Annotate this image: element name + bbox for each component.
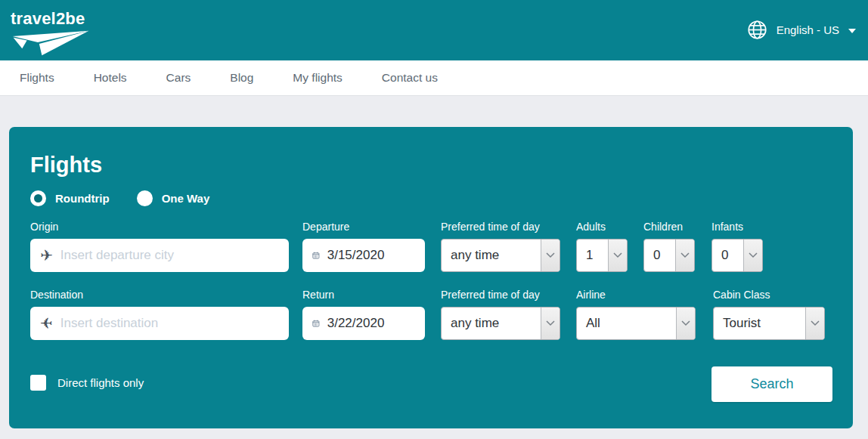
children-field-group: Children 0 [643,221,695,272]
nav-item-blog[interactable]: Blog [230,71,253,85]
one-way-label: One Way [162,192,210,205]
paper-plane-logo-icon [11,29,92,57]
airline-value: All [577,308,676,339]
pref-time-1-value: any time [442,240,541,271]
cabin-class-label: Cabin Class [713,289,825,301]
language-label: English - US [777,23,839,36]
adults-label: Adults [576,221,628,233]
pref-time-1-field-group: Preferred time of day any time [441,221,560,272]
infants-select[interactable]: 0 [711,239,763,272]
pref-time-2-label: Preferred time of day [441,289,560,301]
airline-field-group: Airline All [576,289,696,340]
chevron-down-icon [749,252,758,258]
language-selector[interactable]: English - US [747,20,856,40]
direct-flights-option[interactable]: Direct flights only [30,375,144,391]
children-select[interactable]: 0 [643,239,695,272]
caret-down-icon [848,29,856,33]
origin-field-group: Origin ✈ [30,221,289,272]
return-label: Return [302,289,425,301]
infants-value: 0 [712,240,743,271]
infants-dropdown-strip[interactable] [743,240,762,271]
pref-time-1-dropdown-strip[interactable] [541,240,560,271]
calendar-icon [312,317,320,330]
chevron-down-icon [546,320,555,326]
roundtrip-radio-circle[interactable] [30,190,46,206]
departure-input-box[interactable] [302,239,425,272]
origin-input[interactable] [60,248,281,263]
trip-type-options: Roundtrip One Way [30,190,209,206]
destination-field-group: Destination ✈ [30,289,289,340]
roundtrip-label: Roundtrip [55,192,110,205]
return-field-group: Return [302,289,425,340]
pref-time-1-label: Preferred time of day [441,221,560,233]
pref-time-2-value: any time [442,308,541,339]
children-value: 0 [644,240,675,271]
flight-search-panel: Flights Roundtrip One Way Origin ✈ Depar… [9,127,853,428]
chevron-down-icon [811,320,820,326]
one-way-radio[interactable]: One Way [137,190,210,206]
nav-item-flights[interactable]: Flights [20,71,54,85]
cabin-class-field-group: Cabin Class Tourist [713,289,825,340]
departure-field-group: Departure [302,221,425,272]
main-nav: Flights Hotels Cars Blog My flights Cont… [0,60,868,96]
direct-flights-label: Direct flights only [57,376,144,389]
search-button[interactable]: Search [711,366,832,402]
origin-input-box[interactable]: ✈ [30,239,289,272]
plane-takeoff-icon: ✈ [40,248,53,263]
nav-item-my-flights[interactable]: My flights [293,71,342,85]
children-dropdown-strip[interactable] [675,240,694,271]
adults-select[interactable]: 1 [576,239,628,272]
children-label: Children [643,221,695,233]
direct-flights-checkbox[interactable] [30,375,46,391]
cabin-class-dropdown-strip[interactable] [805,308,824,339]
destination-input-box[interactable]: ✈ [30,307,289,340]
pref-time-2-dropdown-strip[interactable] [541,308,560,339]
pref-time-2-field-group: Preferred time of day any time [441,289,560,340]
nav-item-hotels[interactable]: Hotels [94,71,127,85]
destination-label: Destination [30,289,289,301]
brand-logo-text: travel2be [11,9,85,28]
pref-time-1-select[interactable]: any time [441,239,560,272]
infants-label: Infants [711,221,763,233]
globe-icon [747,20,767,40]
origin-label: Origin [30,221,289,233]
pref-time-2-select[interactable]: any time [441,307,560,340]
infants-field-group: Infants 0 [711,221,763,272]
adults-field-group: Adults 1 [576,221,628,272]
chevron-down-icon [546,252,555,258]
one-way-radio-circle[interactable] [137,190,153,206]
return-date-input[interactable] [327,316,417,331]
nav-item-contact-us[interactable]: Contact us [382,71,438,85]
roundtrip-radio[interactable]: Roundtrip [30,190,110,206]
departure-label: Departure [302,221,425,233]
adults-dropdown-strip[interactable] [608,240,627,271]
adults-value: 1 [577,240,608,271]
calendar-icon [312,249,320,262]
cabin-class-value: Tourist [714,308,805,339]
return-input-box[interactable] [302,307,425,340]
page: travel2be English - US Flights Hotels Ca… [0,0,868,439]
plane-landing-icon: ✈ [40,316,53,331]
airline-label: Airline [576,289,696,301]
airline-select[interactable]: All [576,307,696,340]
departure-date-input[interactable] [327,248,417,263]
brand-logo[interactable]: travel2be [11,9,92,57]
destination-input[interactable] [60,316,281,331]
nav-item-cars[interactable]: Cars [166,71,191,85]
top-header: travel2be English - US [0,0,868,60]
panel-title: Flights [30,153,102,178]
chevron-down-icon [613,252,622,258]
chevron-down-icon [681,320,690,326]
chevron-down-icon [680,252,690,258]
cabin-class-select[interactable]: Tourist [713,307,825,340]
airline-dropdown-strip[interactable] [676,308,695,339]
